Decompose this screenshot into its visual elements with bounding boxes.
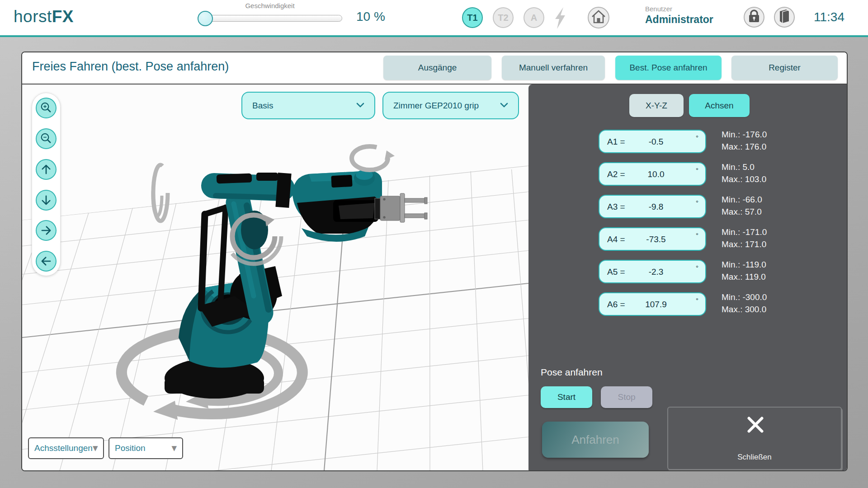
lock-icon xyxy=(748,9,760,25)
axis-a5-limits: Min.: -119.0 Max.: 119.0 xyxy=(722,258,766,283)
view-mode-select-achsstellungen[interactable]: Achsstellungen ▼ xyxy=(28,437,104,459)
axis-row-a4: A4 = -73.5 ° Min.: -171.0 Max.: 171.0 xyxy=(528,227,848,251)
tab-manuell-verfahren[interactable]: Manuell verfahren xyxy=(502,56,605,80)
mode-t2-button[interactable]: T2 xyxy=(493,7,514,28)
page-title: Freies Fahren (best. Pose anfahren) xyxy=(32,60,229,74)
user-label: Benutzer xyxy=(645,5,713,13)
tool-select[interactable]: Zimmer GEP2010 grip xyxy=(382,92,519,119)
select-value: Position xyxy=(115,443,171,453)
view-mode-select-position[interactable]: Position ▼ xyxy=(108,437,183,459)
tab-register[interactable]: Register xyxy=(731,56,838,80)
speed-slider-thumb[interactable] xyxy=(198,11,213,26)
select-value: Achsstellungen xyxy=(34,443,93,453)
arrow-right-icon xyxy=(38,222,55,239)
home-icon xyxy=(591,9,606,26)
axis-row-a6: A6 = 107.9 ° Min.: -300.0 Max.: 300.0 xyxy=(528,292,848,316)
anfahren-button[interactable]: Anfahren xyxy=(542,422,649,458)
rotation-ring-left[interactable] xyxy=(153,165,168,221)
app-logo: horstFX xyxy=(14,7,74,26)
axis-a3-input[interactable]: A3 = -9.8 ° xyxy=(599,195,706,218)
frame-select[interactable]: Basis xyxy=(241,92,375,119)
speed-value: 10 % xyxy=(356,9,410,24)
move-down-button[interactable] xyxy=(36,190,57,211)
clock: 11:34 xyxy=(814,10,844,24)
axis-a4-input[interactable]: A4 = -73.5 ° xyxy=(599,227,706,251)
axis-a4-limits: Min.: -171.0 Max.: 171.0 xyxy=(722,226,767,250)
axis-a1-limits: Min.: -176.0 Max.: 176.0 xyxy=(722,128,767,153)
zoom-in-icon xyxy=(38,99,55,117)
tab-best-pose-anfahren[interactable]: Best. Pose anfahren xyxy=(615,56,722,80)
arrow-down-icon xyxy=(38,192,55,209)
gripper xyxy=(375,193,427,222)
lock-button[interactable] xyxy=(744,7,764,28)
axis-a5-input[interactable]: A5 = -2.3 ° xyxy=(599,260,706,283)
move-left-button[interactable] xyxy=(36,251,57,272)
chevron-down-icon xyxy=(356,102,364,110)
axis-row-a1: A1 = -0.5 ° Min.: -176.0 Max.: 176.0 xyxy=(528,130,848,153)
frame-select-value: Basis xyxy=(252,101,356,111)
user-name: Administrator xyxy=(645,14,713,26)
tab-ausgaenge[interactable]: Ausgänge xyxy=(383,56,491,80)
close-label: Schließen xyxy=(668,453,841,462)
mode-a-button[interactable]: A xyxy=(524,7,544,28)
mode-t1-button[interactable]: T1 xyxy=(462,7,483,28)
axis-a3-limits: Min.: -66.0 Max.: 57.0 xyxy=(722,193,762,218)
triangle-down-icon: ▼ xyxy=(171,444,177,452)
coord-tab-xyz[interactable]: X-Y-Z xyxy=(629,94,684,117)
rotation-ring-wrist[interactable] xyxy=(352,146,395,170)
coord-tab-achsen[interactable]: Achsen xyxy=(689,94,750,117)
book-icon xyxy=(778,9,791,25)
floor-grid xyxy=(22,166,528,470)
window-titlebar: Freies Fahren (best. Pose anfahren) Ausg… xyxy=(22,52,847,84)
view-toolbar xyxy=(32,93,61,276)
triangle-down-icon: ▼ xyxy=(93,444,98,452)
arrow-left-icon xyxy=(38,253,55,270)
power-lightning-icon xyxy=(552,6,568,32)
zoom-out-icon xyxy=(38,130,55,147)
chevron-down-icon xyxy=(500,102,508,110)
user-block: Benutzer Administrator xyxy=(645,5,713,26)
home-button[interactable] xyxy=(588,7,609,28)
manual-button[interactable] xyxy=(774,7,795,28)
close-button[interactable]: Schließen xyxy=(667,407,842,470)
header-bar: horstFX Geschwindigkeit 10 % T1 T2 A Ben… xyxy=(0,0,868,37)
stop-button[interactable]: Stop xyxy=(601,386,652,408)
speed-slider-track[interactable] xyxy=(198,15,342,22)
free-drive-window: Freies Fahren (best. Pose anfahren) Ausg… xyxy=(21,52,848,471)
robot-3d-viewport[interactable]: Basis Zimmer GEP2010 grip Achsstellungen… xyxy=(22,84,528,470)
close-icon xyxy=(745,415,765,436)
axis-row-a5: A5 = -2.3 ° Min.: -119.0 Max.: 119.0 xyxy=(528,260,848,283)
zoom-out-button[interactable] xyxy=(36,128,57,149)
start-button[interactable]: Start xyxy=(541,386,592,408)
tool-select-value: Zimmer GEP2010 grip xyxy=(393,101,500,111)
arrow-up-icon xyxy=(38,161,55,178)
pose-section-label: Pose anfahren xyxy=(541,367,603,378)
zoom-in-button[interactable] xyxy=(36,98,57,118)
axis-a2-limits: Min.: 5.0 Max.: 103.0 xyxy=(722,161,766,185)
axis-row-a2: A2 = 10.0 ° Min.: 5.0 Max.: 103.0 xyxy=(528,162,848,186)
move-up-button[interactable] xyxy=(36,159,57,180)
robot-scene xyxy=(22,84,528,470)
speed-label: Geschwindigkeit xyxy=(198,2,342,9)
axis-a1-input[interactable]: A1 = -0.5 ° xyxy=(599,130,706,153)
pose-control-panel: X-Y-Z Achsen A1 = -0.5 ° Min.: -176.0 Ma… xyxy=(528,84,848,471)
move-right-button[interactable] xyxy=(36,220,57,241)
axis-a2-input[interactable]: A2 = 10.0 ° xyxy=(599,162,706,186)
axis-a6-limits: Min.: -300.0 Max.: 300.0 xyxy=(722,291,767,315)
axis-a6-input[interactable]: A6 = 107.9 ° xyxy=(599,292,706,316)
axis-row-a3: A3 = -9.8 ° Min.: -66.0 Max.: 57.0 xyxy=(528,195,848,218)
